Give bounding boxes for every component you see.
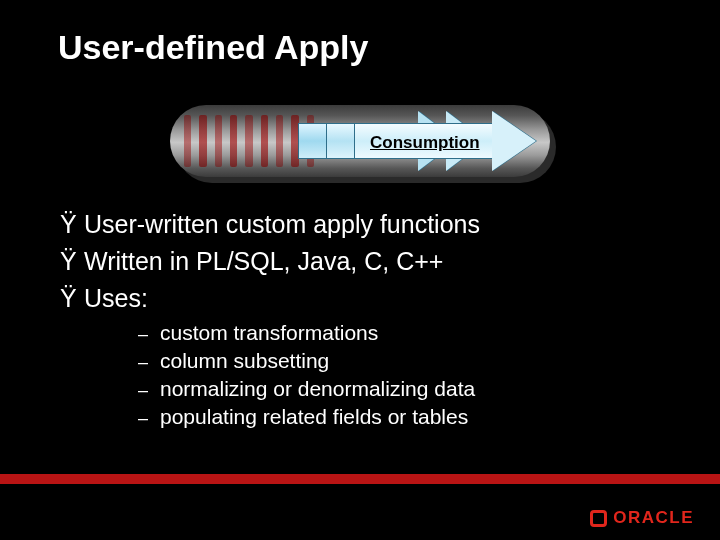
bullet-item: Ÿ Uses: — [60, 284, 660, 313]
sub-bullet-marker: – — [138, 352, 160, 373]
bullet-marker: Ÿ — [60, 210, 84, 239]
bullet-marker: Ÿ — [60, 284, 84, 313]
sub-bullet-marker: – — [138, 408, 160, 429]
sub-bullet-item: – custom transformations — [138, 321, 660, 345]
bullet-text: User-written custom apply functions — [84, 210, 480, 239]
oracle-logo-text: ORACLE — [613, 508, 694, 528]
sub-bullet-marker: – — [138, 324, 160, 345]
bullet-text: Written in PL/SQL, Java, C, C++ — [84, 247, 443, 276]
bullet-item: Ÿ User-written custom apply functions — [60, 210, 660, 239]
slide-title: User-defined Apply — [58, 28, 368, 67]
bullet-list: Ÿ User-written custom apply functions Ÿ … — [60, 210, 660, 433]
footer: ORACLE — [0, 484, 720, 540]
graphic-label: Consumption — [370, 133, 480, 153]
sub-bullet-text: normalizing or denormalizing data — [160, 377, 475, 401]
bullet-item: Ÿ Written in PL/SQL, Java, C, C++ — [60, 247, 660, 276]
oracle-logo-icon — [590, 510, 607, 527]
consumption-graphic: Consumption — [170, 105, 550, 177]
pill-body: Consumption — [170, 105, 550, 177]
sub-bullet-item: – normalizing or denormalizing data — [138, 377, 660, 401]
sub-bullet-text: column subsetting — [160, 349, 329, 373]
sub-bullet-marker: – — [138, 380, 160, 401]
sub-bullet-text: populating related fields or tables — [160, 405, 468, 429]
sub-bullet-text: custom transformations — [160, 321, 378, 345]
sub-bullet-item: – column subsetting — [138, 349, 660, 373]
sub-bullet-item: – populating related fields or tables — [138, 405, 660, 429]
bullet-marker: Ÿ — [60, 247, 84, 276]
stripe-decor — [184, 115, 314, 167]
arrow-stack: Consumption — [298, 111, 548, 171]
slide: User-defined Apply Consumption Ÿ User-wr… — [0, 0, 720, 540]
bullet-text: Uses: — [84, 284, 148, 313]
sub-bullet-list: – custom transformations – column subset… — [138, 321, 660, 429]
oracle-logo: ORACLE — [590, 508, 694, 528]
